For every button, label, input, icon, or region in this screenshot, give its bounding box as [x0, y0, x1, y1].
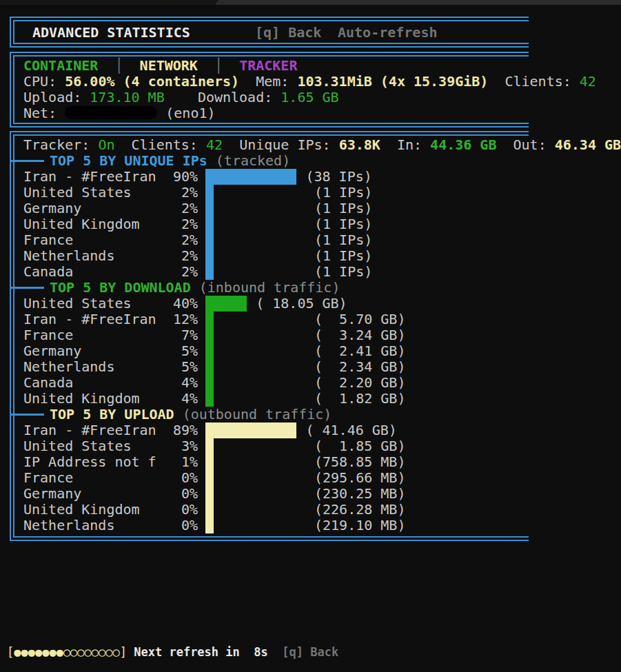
- chart-row-percent: 0%: [143, 502, 198, 518]
- tab-container[interactable]: CONTAINER: [23, 57, 98, 74]
- text-segment: Upload:: [23, 89, 90, 105]
- chart-row-label: Iran - #FreeIran: [23, 422, 156, 438]
- section-connector-line: [10, 287, 44, 289]
- chart-row: United States2%(1 IPs): [14, 185, 621, 201]
- chart-row-label: United States: [23, 185, 132, 201]
- chart-row: Germany2%(1 IPs): [14, 201, 621, 216]
- chart-row-value: (226.28 MB): [314, 502, 405, 518]
- back-button[interactable]: [q] Back: [255, 24, 321, 41]
- chart-row-label: Canada: [23, 264, 73, 280]
- chart-row-percent: 2%: [143, 264, 198, 280]
- chart-row-label: Netherlands: [23, 248, 114, 264]
- chart-row-label: Netherlands: [23, 518, 114, 533]
- download-value: 1.65 GB: [281, 89, 338, 105]
- tab-tracker[interactable]: TRACKER: [239, 57, 297, 74]
- chart-row: Netherlands2%(1 IPs): [14, 248, 621, 264]
- net-line: Net: (eno1): [23, 105, 621, 121]
- chart-row-label: France: [23, 232, 73, 248]
- text-segment: [198, 57, 214, 74]
- chart-bar: [205, 454, 214, 470]
- chart-row-value: ( 3.24 GB): [314, 327, 405, 343]
- title-panel: ADVANCED STATISTICS [q] Back Auto-refres…: [10, 17, 529, 48]
- cpu-value: 56.00% (4 containers): [65, 73, 239, 90]
- chart-bar: [205, 264, 214, 280]
- chart-bar: [205, 312, 214, 327]
- chart-row-label: United Kingdom: [23, 502, 140, 518]
- chart-bar: [205, 248, 214, 264]
- chart-subtitle: (outbound traffic): [174, 406, 332, 422]
- auto-refresh-toggle[interactable]: Auto-refresh: [338, 24, 438, 41]
- text-segment: │: [214, 57, 223, 74]
- chart-row: Canada2%(1 IPs): [14, 264, 621, 280]
- chart-row: Netherlands0%(219.10 MB): [14, 518, 621, 533]
- chart-row-percent: 2%: [143, 248, 198, 264]
- text-segment: [268, 645, 282, 659]
- chart-title: TOP 5 BY UPLOAD: [50, 406, 174, 422]
- transfer-line: Upload: 173.10 MB Download: 1.65 GB: [23, 90, 621, 105]
- chart-row-label: Iran - #FreeIran: [23, 312, 156, 327]
- tracker-panel: Tracker: On Clients: 42 Unique IPs: 63.8…: [10, 131, 529, 541]
- terminal-screen: ADVANCED STATISTICS [q] Back Auto-refres…: [0, 0, 621, 672]
- chart-row-label: United Kingdom: [23, 391, 140, 407]
- chart-row-value: ( 1.85 GB): [314, 438, 405, 454]
- text-segment: Clients:: [132, 136, 206, 153]
- chart-bar: [205, 502, 214, 518]
- refresh-label: Next refresh in: [134, 645, 240, 659]
- chart-row-value: (1 IPs): [314, 232, 372, 248]
- chart-row-label: Netherlands: [23, 359, 114, 375]
- chart-bar: [205, 359, 214, 375]
- text-segment: [114, 136, 131, 153]
- chart-row: Iran - #FreeIran12%( 5.70 GB): [14, 312, 621, 327]
- chart-row-percent: 40%: [143, 296, 198, 312]
- chart-row-label: France: [23, 470, 73, 486]
- chart-row-percent: 0%: [143, 486, 198, 502]
- chart-row: France7%( 3.24 GB): [14, 327, 621, 343]
- chart-row-percent: 12%: [143, 312, 198, 327]
- section-connector-line: [10, 160, 44, 162]
- chart-row-percent: 2%: [143, 185, 198, 201]
- chart-section-header: TOP 5 BY UPLOAD (outbound traffic): [14, 407, 621, 422]
- text-segment: Mem:: [256, 73, 297, 90]
- chart-bar: [205, 185, 214, 201]
- chart-row: Iran - #FreeIran90%(38 IPs): [14, 169, 621, 185]
- refresh-progress-dots: [●●●●●●●○○○○○○○○]: [7, 645, 127, 659]
- chart-subtitle: (inbound traffic): [191, 279, 340, 296]
- net-interface: (eno1): [165, 105, 215, 121]
- chart-bar: [205, 232, 214, 248]
- chart-row-value: ( 1.82 GB): [314, 391, 405, 407]
- chart-row: Iran - #FreeIran89%( 41.46 GB): [14, 422, 621, 438]
- chart-row-label: Germany: [23, 486, 81, 502]
- text-segment: In:: [397, 136, 430, 153]
- chart-subtitle: (tracked): [207, 152, 290, 169]
- text-segment: Net:: [23, 105, 65, 121]
- chart-row-label: Canada: [23, 375, 73, 391]
- tab-network[interactable]: NETWORK: [140, 57, 198, 74]
- chart-row-percent: 5%: [143, 359, 198, 375]
- chart-row-value: (295.66 MB): [314, 470, 405, 486]
- chart-row-label: Iran - #FreeIran: [23, 169, 156, 185]
- chart-bar: [205, 470, 214, 486]
- chart-row-percent: 1%: [143, 454, 198, 470]
- window-top-strip: [0, 0, 621, 5]
- chart-row-value: ( 5.70 GB): [314, 312, 405, 327]
- chart-row-percent: 2%: [143, 216, 198, 232]
- browser-tab-remnant: [216, 0, 621, 5]
- chart-row-value: ( 18.05 GB): [256, 296, 347, 312]
- chart-bar: [205, 391, 214, 407]
- text-segment: [223, 57, 239, 74]
- chart-row-label: United States: [23, 438, 132, 454]
- chart-row-percent: 0%: [143, 470, 198, 486]
- redacted-net-address: [65, 106, 157, 119]
- text-segment: [239, 73, 256, 90]
- chart-row-value: (1 IPs): [314, 216, 372, 232]
- text-segment: │: [114, 57, 123, 74]
- mem-value: 103.31MiB (4x 15.39GiB): [297, 73, 488, 90]
- chart-row: IP Address not f1%(758.85 MB): [14, 454, 621, 470]
- status-back-button[interactable]: [q] Back: [282, 645, 338, 659]
- chart-bar: [205, 375, 214, 391]
- chart-row-label: United Kingdom: [23, 216, 140, 232]
- section-connector-line: [10, 414, 44, 416]
- chart-row-percent: 89%: [143, 422, 198, 438]
- text-segment: [165, 89, 198, 105]
- text-segment: [127, 645, 134, 659]
